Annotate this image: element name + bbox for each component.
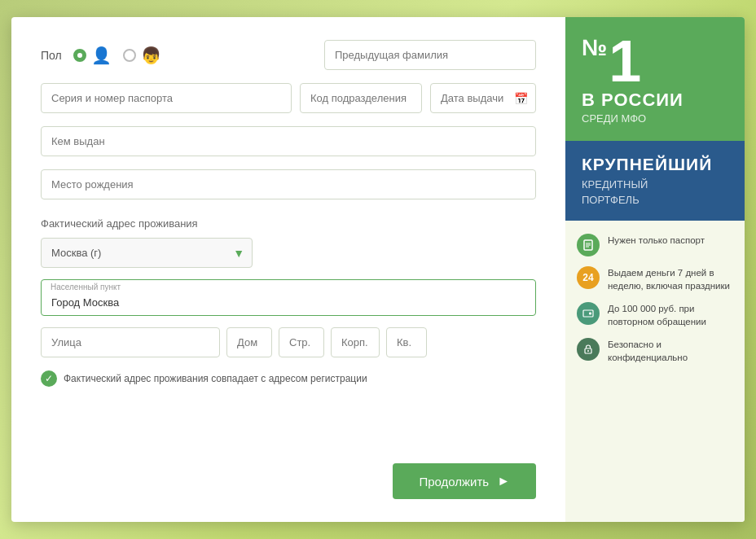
svg-point-13 — [587, 350, 589, 352]
male-radio-circle[interactable] — [73, 49, 86, 62]
passport-row: 📅 — [41, 83, 536, 113]
kv-input[interactable] — [386, 327, 427, 357]
info-item-wallet: До 100 000 руб. при повторном обращении — [577, 302, 733, 328]
kredit-sub1: КРЕДИТНЫЙ — [582, 178, 648, 191]
korp-input[interactable] — [331, 327, 380, 357]
info-middle: КРУПНЕЙШИЙ КРЕДИТНЫЙ ПОРТФЕЛЬ — [565, 141, 745, 221]
continue-btn-label: Продолжить — [419, 475, 489, 489]
info-bottom: Нужен только паспорт 24 Выдаем деньги 7 … — [565, 221, 745, 522]
str-wrap — [279, 327, 324, 357]
kredit-sub: КРЕДИТНЫЙ ПОРТФЕЛЬ — [582, 177, 728, 207]
kredit-sub2: ПОРТФЕЛЬ — [582, 194, 640, 206]
str-input[interactable] — [279, 327, 324, 357]
main-container: Пол 👤 👦 📅 — [11, 17, 745, 522]
info-item-passport: Нужен только паспорт — [577, 234, 733, 256]
settlement-wrap: Населенный пункт — [41, 279, 536, 316]
svg-rect-10 — [583, 310, 593, 317]
gender-radio-group: 👤 👦 — [73, 46, 161, 65]
num-one: 1 — [609, 37, 641, 86]
passport-input[interactable] — [41, 83, 292, 113]
info-item-lock: Безопасно и конфиденциально — [577, 338, 733, 364]
gender-label: Пол — [41, 49, 62, 62]
kredit-title: КРУПНЕЙШИЙ — [582, 154, 728, 174]
issued-row — [41, 126, 536, 156]
same-address-checkbox-row: ✓ Фактический адрес проживания совпадает… — [41, 370, 536, 387]
street-wrap — [41, 327, 220, 357]
num-symbol: № — [582, 37, 607, 59]
lock-info-text: Безопасно и конфиденциально — [608, 338, 733, 364]
checkmark-icon[interactable]: ✓ — [41, 370, 57, 387]
birthplace-row — [41, 169, 536, 199]
address-section-label: Фактический адрес проживания — [41, 217, 536, 230]
female-radio-circle[interactable] — [123, 49, 136, 62]
number-badge: № 1 — [582, 37, 728, 86]
passport-info-text: Нужен только паспорт — [608, 234, 705, 247]
issued-input[interactable] — [41, 126, 536, 156]
svg-rect-11 — [589, 312, 591, 314]
gender-male-option[interactable]: 👤 — [73, 46, 112, 65]
clock-info-text: Выдаем деньги 7 дней в неделю, включая п… — [608, 266, 733, 292]
info-panel: № 1 В РОССИИ СРЕДИ МФО КРУПНЕЙШИЙ КРЕДИТ… — [565, 17, 745, 522]
street-input[interactable] — [41, 327, 220, 357]
arrow-right-icon: ► — [497, 474, 510, 489]
wallet-info-text: До 100 000 руб. при повторном обращении — [608, 302, 733, 328]
male-person-icon: 👤 — [91, 46, 112, 65]
gender-row: Пол 👤 👦 — [41, 40, 536, 70]
russia-label: В РОССИИ — [582, 90, 728, 111]
date-wrap: 📅 — [430, 83, 536, 113]
info-top: № 1 В РОССИИ СРЕДИ МФО — [565, 17, 745, 141]
gender-female-option[interactable]: 👦 — [123, 46, 161, 65]
city-select-wrap: Москва (г) ▼ — [41, 238, 253, 268]
address-fields-row — [41, 327, 536, 357]
continue-button[interactable]: Продолжить ► — [393, 463, 536, 499]
kv-wrap — [386, 327, 427, 357]
lock-icon — [577, 338, 600, 361]
continue-btn-wrap: Продолжить ► — [41, 463, 536, 499]
prev-surname-input[interactable] — [324, 40, 536, 70]
calendar-icon: 📅 — [514, 92, 528, 105]
same-address-label: Фактический адрес проживания совпадает с… — [64, 373, 367, 384]
city-select[interactable]: Москва (г) — [41, 238, 253, 268]
passport-icon — [577, 234, 600, 256]
info-item-clock: 24 Выдаем деньги 7 дней в неделю, включа… — [577, 266, 733, 292]
code-input[interactable] — [300, 83, 422, 113]
clock-icon: 24 — [577, 266, 600, 289]
birthplace-input[interactable] — [41, 169, 536, 199]
korp-wrap — [331, 327, 380, 357]
house-input[interactable] — [226, 327, 272, 357]
wallet-icon — [577, 302, 600, 325]
mfo-label: СРЕДИ МФО — [582, 112, 728, 125]
house-wrap — [226, 327, 272, 357]
form-panel: Пол 👤 👦 📅 — [11, 17, 565, 522]
settlement-label: Населенный пункт — [51, 283, 121, 291]
female-person-icon: 👦 — [141, 46, 161, 65]
